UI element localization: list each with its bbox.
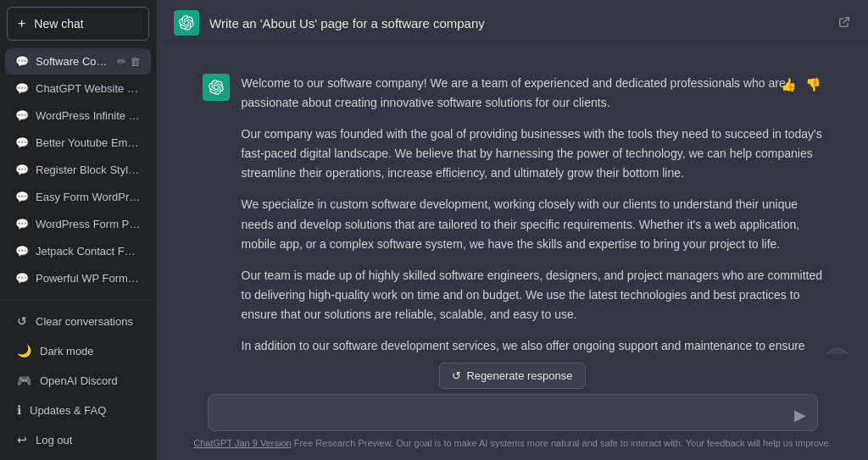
- conversation-title: Jetpack Contact Form Custo: [36, 245, 141, 258]
- send-icon: ▶: [794, 406, 806, 424]
- conversation-item-register-block[interactable]: 💬 Register Block Style Gutenbe: [5, 157, 151, 183]
- chat-icon: 💬: [15, 55, 29, 68]
- new-chat-button[interactable]: + New chat: [7, 7, 149, 41]
- message-paragraph-3: We specialize in custom software develop…: [242, 195, 823, 253]
- conversation-item-youtube-embed[interactable]: 💬 Better Youtube Embed Block: [5, 130, 151, 156]
- logout-button[interactable]: ↩ Log out: [5, 425, 151, 454]
- chat-icon: 💬: [15, 109, 29, 122]
- discord-button[interactable]: 🎮 OpenAI Discord: [5, 366, 151, 395]
- discord-icon: 🎮: [17, 374, 31, 387]
- conversation-title: ChatGPT Website Content W: [36, 82, 141, 95]
- footer-version-link[interactable]: ChatGPT Jan 9 Version: [193, 438, 291, 448]
- chat-messages: Welcome to our software company! We are …: [157, 47, 868, 354]
- new-chat-label: New chat: [34, 17, 83, 30]
- logout-label: Log out: [36, 434, 72, 446]
- conversation-title: WordPress Infinite Scroll Bloc: [36, 109, 141, 122]
- chat-title: Write an 'About Us' page for a software …: [209, 16, 485, 30]
- conversation-title: Software Company Ov: [36, 55, 110, 68]
- thumbs-up-button[interactable]: 👍: [779, 75, 798, 94]
- input-wrapper: ▶: [208, 394, 818, 435]
- regenerate-icon: ↺: [452, 369, 461, 382]
- sidebar-bottom: ↺ Clear conversations 🌙 Dark mode 🎮 Open…: [0, 300, 156, 460]
- conversation-title: WordPress Form Plugin Optio: [36, 218, 141, 230]
- edit-chat-icon[interactable]: [837, 15, 851, 31]
- conversation-item-jetpack-contact[interactable]: 💬 Jetpack Contact Form Custo: [5, 238, 151, 264]
- conversation-title: Easy Form WordPress Manag: [36, 191, 141, 203]
- message-body: Welcome to our software company! We are …: [242, 74, 823, 354]
- regenerate-bar: ↺ Regenerate response: [174, 363, 851, 389]
- conversation-actions: ✏ 🗑: [117, 55, 141, 68]
- clear-icon: ↺: [17, 314, 27, 328]
- conversation-item-software-company[interactable]: 💬 Software Company Ov ✏ 🗑: [5, 48, 151, 75]
- conversation-title: Better Youtube Embed Block: [36, 136, 141, 149]
- conversations-list: 💬 Software Company Ov ✏ 🗑 💬 ChatGPT Webs…: [0, 44, 156, 300]
- chat-icon: 💬: [15, 136, 29, 149]
- discord-label: OpenAI Discord: [40, 374, 118, 387]
- chat-icon: 💬: [15, 163, 29, 176]
- conversation-title: Register Block Style Gutenbe: [36, 163, 141, 176]
- conversation-title: Powerful WP Form Review: [36, 272, 141, 285]
- dark-mode-button[interactable]: 🌙 Dark mode: [5, 336, 151, 365]
- conversation-item-chatgpt-website[interactable]: 💬 ChatGPT Website Content W: [5, 75, 151, 102]
- info-icon: ℹ: [17, 403, 21, 417]
- chat-header: Write an 'About Us' page for a software …: [157, 0, 868, 47]
- chat-icon: 💬: [15, 245, 29, 258]
- footer-desc: Free Research Preview. Our goal is to ma…: [292, 438, 832, 448]
- message-feedback: 👍 👎: [779, 75, 823, 94]
- input-area: ↺ Regenerate response ▶ ChatGPT Jan 9 Ve…: [157, 354, 868, 460]
- thumbs-down-button[interactable]: 👎: [804, 75, 823, 94]
- message-row: Welcome to our software company! We are …: [182, 64, 843, 354]
- regenerate-label: Regenerate response: [466, 369, 572, 382]
- conversation-item-wordpress-infinite[interactable]: 💬 WordPress Infinite Scroll Bloc: [5, 103, 151, 129]
- dark-mode-label: Dark mode: [40, 345, 94, 357]
- message-paragraph-4: Our team is made up of highly skilled so…: [242, 266, 823, 324]
- clear-conversations-label: Clear conversations: [36, 315, 133, 328]
- plus-icon: +: [18, 16, 25, 31]
- assistant-avatar: [203, 74, 230, 101]
- header-avatar: [174, 10, 199, 36]
- updates-faq-label: Updates & FAQ: [30, 404, 106, 417]
- chat-icon: 💬: [15, 82, 29, 95]
- main-panel: Write an 'About Us' page for a software …: [157, 0, 868, 460]
- conversation-item-wp-form-plugin[interactable]: 💬 WordPress Form Plugin Optio: [5, 211, 151, 237]
- clear-conversations-button[interactable]: ↺ Clear conversations: [5, 307, 151, 335]
- chat-icon: 💬: [15, 191, 29, 203]
- regenerate-button[interactable]: ↺ Regenerate response: [439, 363, 585, 389]
- moon-icon: 🌙: [17, 344, 31, 357]
- edit-conversation-icon[interactable]: ✏: [117, 55, 126, 68]
- conversation-item-easy-form[interactable]: 💬 Easy Form WordPress Manag: [5, 184, 151, 210]
- send-button[interactable]: ▶: [791, 402, 810, 428]
- logout-icon: ↩: [17, 433, 27, 446]
- message-paragraph-5: In addition to our software development …: [242, 336, 823, 354]
- chat-input[interactable]: [208, 394, 818, 431]
- sidebar: + New chat 💬 Software Company Ov ✏ 🗑 💬 C…: [0, 0, 157, 460]
- updates-faq-button[interactable]: ℹ Updates & FAQ: [5, 396, 151, 424]
- chat-icon: 💬: [15, 272, 29, 285]
- footer-text: ChatGPT Jan 9 Version Free Research Prev…: [174, 438, 851, 448]
- header-left: Write an 'About Us' page for a software …: [174, 10, 485, 36]
- message-paragraph-1: Welcome to our software company! We are …: [242, 74, 823, 113]
- chat-icon: 💬: [15, 218, 29, 230]
- message-paragraph-2: Our company was founded with the goal of…: [242, 125, 823, 183]
- delete-conversation-icon[interactable]: 🗑: [130, 55, 141, 68]
- conversation-item-wp-form-review[interactable]: 💬 Powerful WP Form Review: [5, 265, 151, 291]
